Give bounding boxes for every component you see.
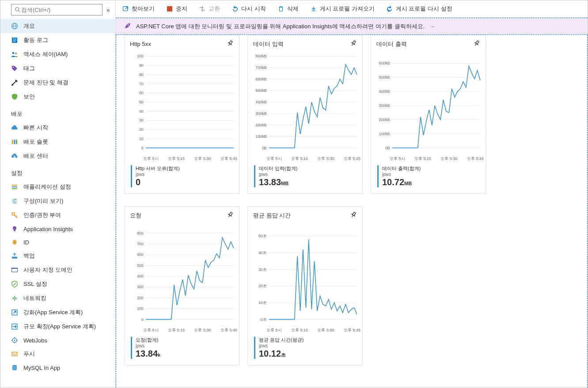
svg-point-10 xyxy=(15,53,17,54)
svg-point-20 xyxy=(15,199,16,200)
svg-text:40초: 40초 xyxy=(258,251,267,255)
svg-text:0B: 0B xyxy=(262,146,267,150)
backup-icon xyxy=(11,252,18,259)
get-profile-button[interactable]: 게시 프로필 가져오기 xyxy=(308,3,376,15)
svg-text:700kB: 700kB xyxy=(255,65,266,70)
pin-icon[interactable] xyxy=(350,211,357,220)
sidebar-item-ssl[interactable]: SSL 설정 xyxy=(0,277,115,291)
sidebar-item-label: 백업 xyxy=(23,252,35,260)
summary-value: 13.84k xyxy=(136,348,160,359)
sidebar-item-backup[interactable]: 백업 xyxy=(0,249,115,263)
sidebar-item-tag[interactable]: 태그 xyxy=(0,61,115,76)
summary-label: Http 서버 오류(합계) xyxy=(136,165,180,172)
arrow-right-icon: → xyxy=(429,23,435,30)
pin-icon[interactable] xyxy=(350,40,357,48)
sidebar-item-label: WebJobs xyxy=(23,337,47,344)
sidebar-item-log[interactable]: 활동 로그 xyxy=(0,33,115,47)
svg-rect-14 xyxy=(14,140,15,144)
config-icon xyxy=(11,198,18,205)
bulb-icon xyxy=(11,225,18,232)
sidebar-item-push[interactable]: 푸시 xyxy=(0,347,115,361)
browse-button[interactable]: 찾아보기 xyxy=(120,3,156,15)
sidebar: « 개요활동 로그액세스 제어(IAM)태그문제 진단 및 해결보안 배포 빠른… xyxy=(0,0,116,388)
sidebar-item-tools[interactable]: 문제 진단 및 해결 xyxy=(0,76,115,90)
chart-card-dataout[interactable]: 데이터 출력0B100kB200kB300kB400kB500kB600kB오후… xyxy=(371,35,486,194)
deploy-icon xyxy=(11,152,18,160)
sidebar-item-bulb[interactable]: Application Insights xyxy=(0,222,115,236)
delete-button[interactable]: 삭제 xyxy=(276,3,300,15)
sidebar-item-label: ID xyxy=(23,239,29,246)
svg-text:0: 0 xyxy=(141,146,144,150)
reset-label: 게시 프로필 다시 설정 xyxy=(396,5,452,13)
sidebar-item-domain[interactable]: 사용자 지정 도메인 xyxy=(0,263,115,277)
pin-icon[interactable] xyxy=(473,40,480,48)
sidebar-item-scaleout[interactable]: 규모 확장(App Service 계획) xyxy=(0,320,115,334)
appsettings-icon xyxy=(11,183,18,190)
summary-sub: jpws xyxy=(259,343,303,348)
svg-point-35 xyxy=(14,340,15,341)
svg-point-9 xyxy=(12,52,14,54)
sidebar-item-globe[interactable]: 개요 xyxy=(0,19,115,33)
slots-icon xyxy=(11,138,18,145)
network-icon xyxy=(11,295,18,302)
chart-card-datain[interactable]: 데이터 입력0B100kB200kB300kB400kB500kB600kB70… xyxy=(247,35,363,194)
chart-card-requests[interactable]: 요청0100200300400500600700800오후 5시오후 5:15오… xyxy=(124,206,239,365)
pin-icon[interactable] xyxy=(227,211,234,220)
svg-rect-44 xyxy=(167,6,172,11)
sidebar-item-cloud[interactable]: 빠른 시작 xyxy=(0,121,115,135)
sidebar-item-network[interactable]: 네트워킹 xyxy=(0,291,115,305)
svg-rect-28 xyxy=(12,257,17,259)
sidebar-item-label: 규모 확장(App Service 계획) xyxy=(23,323,96,331)
sidebar-item-appsettings[interactable]: 애플리케이션 설정 xyxy=(0,180,115,194)
delete-label: 삭제 xyxy=(287,5,299,13)
sidebar-item-people[interactable]: 액세스 제어(IAM) xyxy=(0,47,115,61)
log-icon xyxy=(11,37,18,44)
swap-button[interactable]: 교환 xyxy=(197,3,222,15)
search-icon xyxy=(14,6,21,13)
sidebar-item-slots[interactable]: 배포 슬롯 xyxy=(0,135,115,149)
sidebar-item-webjobs[interactable]: WebJobs xyxy=(0,334,115,347)
insights-banner[interactable]: ASP.NET Core 앱에 대한 모니터링 및 프로파일링을 위해 Appl… xyxy=(116,18,588,35)
svg-text:400kB: 400kB xyxy=(379,89,390,94)
svg-text:10: 10 xyxy=(139,137,144,141)
svg-point-31 xyxy=(14,297,15,299)
svg-rect-13 xyxy=(12,140,13,144)
sidebar-item-scaleup[interactable]: 강화(App Service 계획) xyxy=(0,305,115,320)
reset-icon xyxy=(386,5,393,12)
svg-text:500: 500 xyxy=(137,263,144,268)
summary-sub: jpws xyxy=(136,172,180,177)
section-deploy: 배포 xyxy=(0,104,115,121)
reset-profile-button[interactable]: 게시 프로필 다시 설정 xyxy=(384,3,454,15)
sidebar-item-label: 인증/권한 부여 xyxy=(23,211,61,219)
sidebar-item-key[interactable]: 인증/권한 부여 xyxy=(0,208,115,222)
chart-card-avgresp[interactable]: 평균 응답 시간0초10초20초30초40초50초오후 5시오후 5:15오후 … xyxy=(247,206,363,365)
sidebar-item-shield[interactable]: 보안 xyxy=(0,90,115,104)
svg-text:80: 80 xyxy=(139,72,144,77)
restart-icon xyxy=(231,5,239,12)
summary-value: 0 xyxy=(136,177,180,187)
svg-line-43 xyxy=(125,7,127,9)
banner-text: ASP.NET Core 앱에 대한 모니터링 및 프로파일링을 위해 Appl… xyxy=(136,23,425,30)
chart-card-http5xx[interactable]: Http 5xx0102030405060708090100오후 5시오후 5:… xyxy=(124,35,239,194)
delete-icon xyxy=(277,5,285,12)
svg-text:600: 600 xyxy=(137,252,144,257)
svg-text:20: 20 xyxy=(139,127,144,132)
svg-text:400: 400 xyxy=(137,274,144,278)
sidebar-item-config[interactable]: 구성(미리 보기) xyxy=(0,194,115,208)
sidebar-item-id[interactable]: ID xyxy=(0,236,115,249)
summary-label: 데이터 입력(합계) xyxy=(259,165,297,172)
svg-text:300kB: 300kB xyxy=(255,111,266,116)
shield-icon xyxy=(11,93,18,100)
stop-button[interactable]: 중지 xyxy=(164,3,189,15)
restart-button[interactable]: 다시 시작 xyxy=(230,3,268,15)
globe-icon xyxy=(11,23,18,30)
search-input[interactable] xyxy=(21,7,99,13)
collapse-sidebar-button[interactable]: « xyxy=(105,6,112,14)
svg-rect-27 xyxy=(14,230,15,231)
pin-icon[interactable] xyxy=(227,40,234,48)
search-input-container[interactable] xyxy=(11,4,102,15)
svg-rect-30 xyxy=(12,269,17,272)
sidebar-item-mysql[interactable]: MySQL In App xyxy=(0,361,115,374)
sidebar-item-deploy[interactable]: 배포 센터 xyxy=(0,149,115,163)
sidebar-item-label: 구성(미리 보기) xyxy=(23,197,63,205)
